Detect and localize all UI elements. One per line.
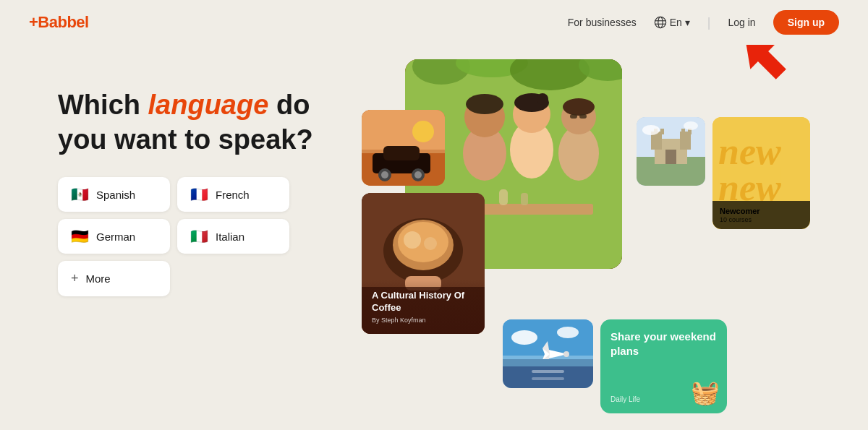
- plus-icon: +: [71, 271, 79, 286]
- svg-rect-31: [383, 146, 420, 160]
- headline: Which language do you want to speak?: [58, 88, 333, 157]
- coffee-card-content: A Cultural History Of Coffee By Steph Ko…: [362, 280, 485, 334]
- svg-point-29: [412, 121, 434, 142]
- svg-point-58: [642, 125, 660, 135]
- german-flag: 🇩🇪: [71, 229, 89, 244]
- svg-rect-69: [503, 359, 593, 366]
- spanish-flag: 🇲🇽: [71, 187, 89, 202]
- svg-point-62: [511, 330, 537, 345]
- svg-rect-54: [660, 129, 664, 134]
- svg-point-1: [658, 17, 663, 27]
- header-nav: For businesses En ▾ | Log in Sign up: [568, 10, 839, 35]
- coffee-card-author: By Steph Koyfman: [372, 317, 475, 324]
- globe-icon: [654, 16, 667, 29]
- svg-point-33: [381, 171, 388, 179]
- left-section: Which language do you want to speak? 🇲🇽 …: [58, 59, 333, 430]
- lang-code: En: [670, 17, 682, 28]
- spanish-label: Spanish: [96, 189, 135, 201]
- german-label: German: [96, 231, 135, 243]
- svg-rect-57: [665, 150, 676, 164]
- italian-flag: 🇮🇹: [190, 229, 208, 244]
- language-grid: 🇲🇽 Spanish 🇫🇷 French 🇩🇪 German 🇮🇹 Italia…: [58, 177, 289, 296]
- french-flag: 🇫🇷: [190, 187, 208, 202]
- divider: |: [707, 15, 711, 30]
- coffee-card-title: A Cultural History Of Coffee: [372, 290, 475, 314]
- svg-text:new: new: [718, 131, 781, 172]
- basket-icon: 🧺: [691, 379, 720, 406]
- card-castle: [637, 117, 705, 186]
- headline-part1: Which: [58, 90, 148, 120]
- french-button[interactable]: 🇫🇷 French: [177, 177, 289, 212]
- more-languages-button[interactable]: + More: [58, 261, 170, 296]
- card-weekend-plans: Share your weekend plans Daily Life 🧺: [600, 319, 727, 413]
- main-content: Which language do you want to speak? 🇲🇽 …: [0, 45, 868, 430]
- italian-button[interactable]: 🇮🇹 Italian: [177, 219, 289, 254]
- card-newcomer: new new Newcomer 10 courses: [712, 117, 810, 229]
- german-button[interactable]: 🇩🇪 German: [58, 219, 170, 254]
- logo: +Babbel: [29, 13, 89, 32]
- svg-point-41: [424, 237, 437, 250]
- language-selector[interactable]: En ▾: [654, 16, 690, 29]
- for-businesses-link[interactable]: For businesses: [568, 17, 637, 28]
- svg-rect-55: [681, 129, 685, 134]
- login-button[interactable]: Log in: [728, 17, 756, 28]
- svg-point-67: [563, 351, 569, 357]
- svg-point-59: [684, 121, 698, 130]
- svg-point-63: [557, 327, 579, 338]
- svg-rect-68: [503, 363, 593, 388]
- svg-rect-71: [532, 377, 564, 380]
- card-coffee-history: A Cultural History Of Coffee By Steph Ko…: [362, 193, 485, 334]
- newcomer-courses: 10 courses: [720, 216, 803, 223]
- newcomer-title: Newcomer: [720, 207, 803, 215]
- more-label: More: [86, 272, 111, 285]
- svg-point-0: [655, 17, 665, 27]
- spanish-button[interactable]: 🇲🇽 Spanish: [58, 177, 170, 212]
- weekend-card-title: Share your weekend plans: [610, 330, 717, 358]
- italian-label: Italian: [216, 231, 244, 243]
- svg-rect-70: [532, 370, 564, 373]
- chevron-down-icon: ▾: [685, 17, 690, 28]
- card-airplane: [503, 319, 593, 388]
- newcomer-badge: Newcomer 10 courses: [712, 201, 810, 229]
- signup-button[interactable]: Sign up: [773, 10, 839, 35]
- svg-point-40: [404, 231, 421, 249]
- header: +Babbel For businesses En ▾ | Log in Sig…: [0, 0, 868, 45]
- card-car-sunset: [362, 110, 445, 186]
- photo-collage: A Cultural History Of Coffee By Steph Ko…: [362, 59, 810, 430]
- svg-point-35: [414, 171, 422, 179]
- headline-highlight: language: [148, 90, 269, 120]
- french-label: French: [216, 189, 250, 201]
